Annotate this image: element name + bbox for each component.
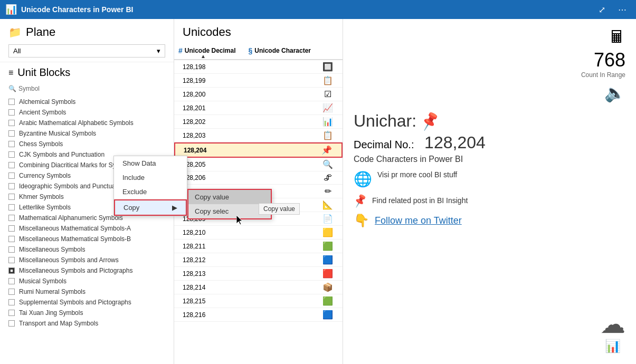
unit-blocks-icon: ≡ bbox=[8, 68, 13, 78]
unicode-row[interactable]: 128,215🟩 bbox=[174, 294, 343, 308]
pin-icon: 📌 bbox=[419, 110, 441, 132]
symbol-item[interactable]: Supplemental Symbols and Pictographs bbox=[0, 297, 174, 308]
symbol-checkbox bbox=[8, 130, 15, 137]
copy-selection-item[interactable]: Copy selec bbox=[188, 204, 271, 218]
symbol-checkbox bbox=[8, 236, 15, 242]
unichar-label: Unichar: bbox=[354, 111, 416, 131]
unicode-char: 📦 bbox=[317, 282, 338, 292]
more-button[interactable]: ⋯ bbox=[614, 3, 631, 17]
unicode-row[interactable]: 128,198🔲 bbox=[174, 60, 343, 74]
symbol-label: CJK Symbols and Punctuation bbox=[19, 151, 105, 158]
unicodes-header: Unicodes bbox=[174, 19, 343, 42]
symbol-checkbox bbox=[8, 120, 15, 126]
count-value: 768 bbox=[581, 49, 625, 71]
visit-section: 🌐 Visi pr more cool BI stuff bbox=[354, 170, 625, 188]
unicode-row[interactable]: 128,199📋 bbox=[174, 74, 343, 88]
symbol-checkbox bbox=[8, 173, 15, 179]
expand-button[interactable]: ⤢ bbox=[594, 3, 610, 17]
twitter-link[interactable]: Follow me on Twitter bbox=[375, 215, 462, 226]
symbol-item[interactable]: Arabic Mathematical Alphabetic Symbols bbox=[0, 118, 174, 128]
find-text: Find related post in BI Insight bbox=[372, 196, 468, 205]
count-label: Count In Range bbox=[581, 71, 625, 79]
symbol-item[interactable]: Tai Xuan Jing Symbols bbox=[0, 308, 174, 318]
decimal-col-label: Unicode Decimal bbox=[185, 47, 236, 54]
symbol-item[interactable]: Miscellaneous Symbols and Arrows bbox=[0, 255, 174, 265]
unicode-decimal: 128,210 bbox=[178, 229, 317, 236]
context-exclude[interactable]: Exclude bbox=[114, 185, 187, 199]
unicode-char: 🟥 bbox=[317, 269, 338, 279]
unicode-row[interactable]: 128,205🔍 bbox=[174, 158, 343, 171]
unicode-decimal: 128,198 bbox=[178, 63, 317, 71]
symbol-checkbox bbox=[8, 109, 15, 116]
unicode-row[interactable]: 128,206🖇 bbox=[174, 171, 343, 185]
context-show-data[interactable]: Show Data bbox=[114, 156, 187, 170]
unicode-row[interactable]: 128,202📊 bbox=[174, 115, 343, 129]
unicode-row[interactable]: 128,213🟥 bbox=[174, 267, 343, 281]
unicode-row[interactable]: 128,212🟦 bbox=[174, 253, 343, 267]
char-col-icon: § bbox=[249, 46, 253, 55]
unicode-char: 📈 bbox=[317, 103, 338, 113]
submenu-arrow-icon: ▶ bbox=[172, 204, 177, 212]
symbol-item[interactable]: Transport and Map Symbols bbox=[0, 318, 174, 329]
symbol-item[interactable]: Alchemical Symbols bbox=[0, 97, 174, 107]
right-panel: 🖩 768 Count In Range 🔈 Unichar: 📌 Decima… bbox=[343, 19, 636, 364]
symbol-checkbox bbox=[8, 299, 15, 305]
unicode-char: 🟨 bbox=[317, 227, 338, 237]
symbol-checkbox bbox=[8, 257, 15, 263]
unicode-row[interactable]: 128,214📦 bbox=[174, 281, 343, 294]
symbol-checkbox bbox=[8, 215, 15, 221]
copy-submenu[interactable]: Copy value Copy selec bbox=[187, 189, 272, 219]
symbol-label: Transport and Map Symbols bbox=[19, 320, 98, 327]
symbol-checkbox bbox=[8, 151, 15, 158]
unicode-char: 🟩 bbox=[317, 241, 338, 251]
symbol-item[interactable]: Miscellaneous Symbols bbox=[0, 244, 174, 255]
symbol-item[interactable]: Miscellaneous Mathematical Symbols-A bbox=[0, 223, 174, 234]
unicode-row[interactable]: 128,216🟦 bbox=[174, 308, 343, 322]
symbol-checkbox bbox=[8, 278, 15, 284]
unicode-row[interactable]: 128,211🟩 bbox=[174, 240, 343, 253]
folder-icon: 📁 bbox=[8, 26, 22, 39]
unicode-decimal: 128,205 bbox=[178, 161, 317, 168]
plane-dropdown[interactable]: All ▾ bbox=[8, 44, 165, 58]
unicode-row[interactable]: 128,210🟨 bbox=[174, 226, 343, 240]
unicode-row[interactable]: 128,201📈 bbox=[174, 101, 343, 115]
symbol-label: Chess Symbols bbox=[19, 140, 63, 148]
context-copy[interactable]: Copy ▶ bbox=[114, 199, 187, 216]
unicode-char: 📋 bbox=[317, 130, 338, 140]
symbol-label: Alchemical Symbols bbox=[19, 98, 75, 106]
symbol-item[interactable]: ■Miscellaneous Symbols and Pictographs bbox=[0, 265, 174, 276]
symbol-label: Mathematical Alphanumeric Symbols bbox=[19, 214, 123, 222]
symbol-label: Khmer Symbols bbox=[19, 193, 64, 200]
symbol-item[interactable]: Miscellaneous Mathematical Symbols-B bbox=[0, 234, 174, 244]
copy-value-item[interactable]: Copy value bbox=[188, 190, 271, 204]
unicode-row[interactable]: 128,203📋 bbox=[174, 129, 343, 142]
symbol-label: Miscellaneous Mathematical Symbols-A bbox=[19, 225, 131, 232]
plane-header: 📁 Plane bbox=[0, 19, 174, 42]
subtitle-prefix: C bbox=[354, 155, 360, 164]
symbol-label: Miscellaneous Symbols and Pictographs bbox=[19, 267, 132, 274]
symbol-checkbox bbox=[8, 246, 15, 253]
symbol-item[interactable]: Byzantine Musical Symbols bbox=[0, 128, 174, 139]
symbol-item[interactable]: Rumi Numeral Symbols bbox=[0, 286, 174, 297]
symbol-list[interactable]: Alchemical SymbolsAncient SymbolsArabic … bbox=[0, 95, 174, 364]
unicode-decimal: 128,214 bbox=[178, 284, 317, 291]
symbol-label: Musical Symbols bbox=[19, 277, 67, 285]
symbol-item[interactable]: Chess Symbols bbox=[0, 139, 174, 149]
unit-blocks-label: Unit Blocks bbox=[17, 66, 70, 79]
unicode-char: 🟩 bbox=[317, 296, 338, 306]
context-menu[interactable]: Show Data Include Exclude Copy ▶ bbox=[113, 156, 187, 216]
unicode-row[interactable]: 128,200☑ bbox=[174, 88, 343, 101]
unicode-decimal: 128,212 bbox=[178, 256, 317, 264]
symbol-item[interactable]: Musical Symbols bbox=[0, 276, 174, 286]
decimal-col-header: # Unicode Decimal bbox=[174, 44, 240, 57]
unichar-title: Unichar: 📌 bbox=[354, 111, 625, 131]
unicode-decimal: 128,216 bbox=[178, 311, 317, 319]
decimal-label: D bbox=[354, 139, 361, 150]
symbol-search: 🔍 Symbol bbox=[0, 83, 174, 95]
symbol-label: Ideographic Symbols and Punctuation bbox=[19, 183, 126, 190]
unicode-row[interactable]: 128,204📌 bbox=[174, 142, 343, 158]
context-include[interactable]: Include bbox=[114, 170, 187, 185]
twitter-section: 👇 Follow me on Twitter bbox=[354, 213, 625, 228]
symbol-item[interactable]: Ancient Symbols bbox=[0, 107, 174, 118]
symbol-checkbox bbox=[8, 99, 15, 105]
